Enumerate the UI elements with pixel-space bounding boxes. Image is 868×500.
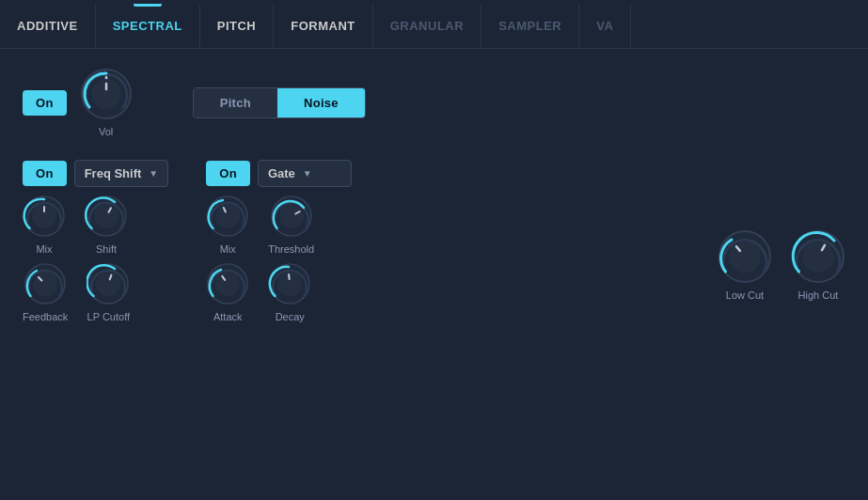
pitch-noise-selector: Pitch Noise	[193, 87, 366, 118]
threshold-knob-container: Threshold	[268, 195, 314, 255]
freq-shift-knobs-bottom: Feedback LP Cu	[23, 262, 168, 322]
decay-knob-container: Decay	[268, 262, 311, 322]
vol-knob-container: Vol	[80, 68, 133, 137]
freq-shift-section: On Freq Shift ▼	[23, 160, 168, 322]
svg-point-11	[33, 272, 57, 296]
tab-pitch[interactable]: PITCH	[200, 4, 275, 48]
threshold-knob[interactable]	[270, 195, 313, 238]
feedback-knob-container: Feedback	[23, 262, 68, 322]
gate-knobs-top: Mix Threshold	[206, 195, 352, 255]
svg-point-14	[96, 272, 120, 296]
tab-sampler[interactable]: SAMPLER	[481, 4, 579, 48]
svg-point-17	[215, 204, 240, 228]
attack-label: Attack	[213, 311, 243, 322]
shift-knob-container: Shift	[85, 195, 128, 255]
vol-knob[interactable]	[80, 68, 133, 120]
gate-mix-knob-container: Mix	[206, 195, 249, 255]
decay-label: Decay	[276, 311, 305, 322]
gate-chevron-icon: ▼	[303, 168, 312, 179]
tab-granular[interactable]: GRANULAR	[373, 4, 481, 48]
gate-mix-knob[interactable]	[206, 195, 249, 238]
noise-button[interactable]: Noise	[277, 88, 365, 117]
lp-cutoff-knob-container: LP Cutoff	[87, 262, 130, 322]
tab-bar: ADDITIVE SPECTRAL PITCH FORMANT GRANULAR…	[0, 0, 868, 49]
gate-section: On Gate ▼	[206, 160, 352, 322]
feedback-knob[interactable]	[24, 262, 67, 305]
filter-panel: Low Cut High C	[718, 160, 845, 322]
freq-shift-on-button[interactable]: On	[23, 161, 67, 186]
tab-va[interactable]: VA	[579, 4, 631, 48]
freq-shift-dropdown[interactable]: Freq Shift ▼	[74, 160, 169, 187]
svg-point-32	[802, 241, 834, 273]
app-container: ADDITIVE SPECTRAL PITCH FORMANT GRANULAR…	[0, 0, 868, 500]
main-content: On	[0, 49, 868, 500]
svg-point-8	[94, 204, 118, 228]
gate-mix-label: Mix	[220, 243, 236, 255]
freq-shift-knobs-top: Mix Shift	[23, 195, 168, 255]
pitch-button[interactable]: Pitch	[194, 88, 277, 117]
freq-shift-header: On Freq Shift ▼	[23, 160, 168, 187]
lp-cutoff-knob[interactable]	[87, 262, 130, 305]
shift-knob[interactable]	[85, 195, 128, 238]
feedback-label: Feedback	[23, 311, 68, 322]
attack-knob[interactable]	[206, 262, 249, 305]
vol-label: Vol	[99, 126, 113, 137]
chevron-down-icon: ▼	[149, 168, 158, 179]
filter-knobs: Low Cut High C	[718, 229, 845, 301]
low-cut-knob[interactable]	[718, 229, 772, 284]
gate-header: On Gate ▼	[206, 160, 352, 187]
low-cut-label: Low Cut	[726, 289, 764, 301]
low-cut-knob-container: Low Cut	[718, 229, 772, 301]
gate-on-button[interactable]: On	[206, 161, 250, 186]
attack-knob-container: Attack	[206, 262, 249, 322]
svg-point-23	[215, 272, 240, 296]
freq-mix-label: Mix	[36, 243, 52, 255]
decay-knob[interactable]	[268, 262, 311, 305]
shift-label: Shift	[96, 243, 117, 255]
tab-additive[interactable]: ADDITIVE	[0, 4, 96, 48]
threshold-label: Threshold	[268, 243, 314, 255]
freq-mix-knob-container: Mix	[23, 195, 66, 255]
tab-formant[interactable]: FORMANT	[274, 4, 373, 48]
high-cut-knob[interactable]	[791, 229, 845, 284]
svg-point-29	[729, 241, 761, 273]
high-cut-knob-container: High Cut	[791, 229, 845, 301]
tab-spectral[interactable]: SPECTRAL	[96, 4, 200, 48]
gate-dropdown[interactable]: Gate ▼	[258, 160, 352, 187]
on-button-main[interactable]: On	[23, 90, 67, 116]
gate-knobs-bottom: Attack Decay	[206, 262, 352, 322]
svg-point-20	[279, 204, 304, 228]
freq-mix-knob[interactable]	[23, 195, 66, 238]
lp-cutoff-label: LP Cutoff	[87, 311, 130, 322]
high-cut-label: High Cut	[798, 289, 839, 301]
